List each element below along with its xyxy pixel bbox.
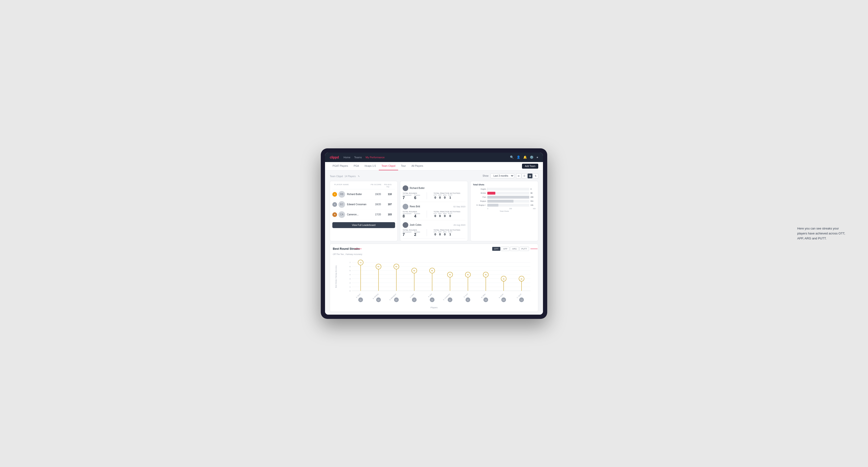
team-controls: Show Last 3 months ⊞ ☰ ▦ ⇅ (483, 173, 538, 179)
rounds-divider-top (427, 192, 427, 199)
svg-text:5: 5 (349, 270, 350, 272)
nav-teams[interactable]: Teams (354, 155, 362, 160)
col-header-avg: PB AVG SQ (382, 184, 393, 188)
app-count-rees: 0 (438, 214, 441, 217)
sub-nav-hcaps[interactable]: Hcaps 1-5 (362, 162, 379, 170)
search-icon[interactable]: 🔍 (510, 155, 514, 159)
svg-text:RB: RB (431, 299, 433, 301)
svg-text:4x: 4x (449, 274, 451, 276)
player-rank-1: ♥ (332, 192, 337, 197)
svg-text:R. Britt: R. Britt (428, 293, 432, 298)
svg-text:6: 6 (349, 266, 350, 268)
putt-count-rees: 0 (448, 214, 452, 217)
bell-icon[interactable]: 🔔 (523, 155, 527, 159)
player-avg-1: 110 (384, 193, 395, 195)
nav-bar: clippd Home Teams My Performance 🔍 👤 🔔 ⚙… (325, 153, 543, 162)
svg-text:7: 7 (349, 262, 350, 263)
rounds-label-top: Total Rounds (403, 192, 420, 194)
nav-my-performance[interactable]: My Performance (366, 155, 385, 160)
streak-x-label: Players (333, 306, 535, 309)
card-stats-josh: Total Rounds Tournament 7 Practice 2 (403, 229, 465, 237)
player-card-header-rees: Rees Britt 02 Sep 2023 (403, 204, 465, 210)
rounds-group-rees: Total Rounds Tournament 8 Practice 4 (403, 211, 420, 218)
svg-text:B. Ford: B. Ford (463, 293, 468, 298)
player-name-3: Cameron... (347, 213, 371, 216)
svg-text:E. Ebert: E. Ebert (356, 293, 361, 298)
streak-filter-putt[interactable]: PUTT (519, 247, 529, 251)
svg-text:EC: EC (449, 299, 451, 301)
card-view-icon[interactable]: ▦ (527, 173, 533, 179)
annotation-arrow-right (530, 247, 535, 250)
practice-label-rees: Total Practice Activities (434, 211, 460, 213)
svg-text:Best Streak, Fairway Accuracy: Best Streak, Fairway Accuracy (335, 266, 337, 288)
edit-icon[interactable]: ✎ (358, 175, 360, 178)
card-name-josh: Josh Coles (410, 224, 421, 226)
user-icon[interactable]: 👤 (517, 155, 520, 159)
rounds-group-josh: Total Rounds Tournament 7 Practice 2 (403, 229, 420, 237)
table-view-icon[interactable]: ⇅ (533, 173, 538, 179)
svg-text:4: 4 (349, 274, 350, 276)
streak-filter-app[interactable]: APP (501, 247, 509, 251)
grid-view-icon[interactable]: ⊞ (516, 173, 521, 179)
svg-text:1: 1 (349, 286, 350, 287)
player-cards-panel: Richard Butler Total Rounds Tournament 7 (400, 181, 468, 241)
settings-icon[interactable]: ⚙️ (530, 155, 533, 159)
practice-label-top: Total Practice Activities (434, 192, 460, 194)
avatar-icon[interactable]: ● (536, 155, 538, 159)
sub-nav-all-players[interactable]: All Players (408, 162, 426, 170)
player-card-rees: Rees Britt 02 Sep 2023 Total Rounds Tour… (403, 202, 465, 220)
streak-filter-ott[interactable]: OTT (492, 247, 500, 251)
arg-count-rees: 0 (443, 214, 446, 217)
sub-nav-pgat[interactable]: PGAT Players (330, 162, 351, 170)
leaderboard-panel: PLAYER NAME PB SCORE PB AVG SQ ♥ RB Rich… (330, 181, 398, 241)
player-name-1: Richard Butler (347, 193, 371, 195)
add-team-button[interactable]: Add Team (522, 164, 538, 168)
tournament-count-rees: 8 (403, 214, 411, 218)
svg-text:RB2: RB2 (502, 299, 505, 301)
player-avatar-1: RB (338, 191, 345, 198)
view-leaderboard-button[interactable]: View Full Leaderboard (332, 222, 395, 228)
app-logo: clippd (330, 155, 339, 159)
player-card-header-josh: Josh Coles 26 Aug 2023 (403, 222, 465, 228)
streak-filter-buttons: OTT APP ARG PUTT (492, 247, 529, 251)
col-headers: PLAYER NAME PB SCORE PB AVG SQ (332, 184, 395, 189)
practice-count-rees: 4 (414, 214, 420, 218)
player-count: 14 Players (345, 175, 356, 178)
table-row: ♥ RB Richard Butler 19/20 110 (332, 189, 395, 199)
nav-home[interactable]: Home (343, 155, 350, 160)
ott-count-josh: 0 (434, 233, 437, 236)
streaks-header: Best Round Streaks OTT APP ARG PUTT (333, 247, 535, 251)
tournament-count-top: 7 (403, 196, 411, 200)
practice-group-rees: Total Practice Activities OTT 0 APP 0 (434, 211, 460, 218)
svg-text:EE: EE (360, 299, 362, 301)
practice-group-top: Total Practice Activities OTT 0 APP 0 (434, 192, 460, 200)
date-range-select[interactable]: Last 3 months (490, 173, 514, 178)
svg-text:JC: JC (413, 299, 415, 301)
team-title-area: Team Clippd 14 Players ✎ (330, 174, 360, 178)
tournament-count-josh: 7 (403, 233, 411, 237)
svg-text:3: 3 (349, 278, 350, 280)
player-score-2: 18/20 (371, 203, 384, 206)
sub-nav-team-clippd[interactable]: Team Clippd (379, 162, 398, 170)
rounds-group-top: Total Rounds Tournament 7 Practice 6 (403, 192, 420, 200)
team-header: Team Clippd 14 Players ✎ Show Last 3 mon… (330, 173, 538, 179)
player-card-josh: Josh Coles 26 Aug 2023 Total Rounds Tour… (403, 220, 465, 239)
list-view-icon[interactable]: ☰ (522, 173, 527, 179)
card-avatar-top (403, 185, 408, 191)
card-avatar-josh (403, 222, 408, 228)
card-name-top: Richard Butler (410, 187, 425, 189)
putt-count-top: 1 (448, 196, 452, 199)
player-score-1: 19/20 (371, 193, 384, 195)
streak-filter-arg[interactable]: ARG (510, 247, 519, 251)
sub-nav-pga[interactable]: PGA (351, 162, 362, 170)
streaks-subtitle-detail: , Fairway Accuracy (344, 253, 362, 255)
svg-text:J. Coles: J. Coles (409, 293, 414, 298)
player-avg-2: 107 (384, 203, 395, 206)
svg-text:4x: 4x (467, 274, 469, 276)
bar-chart-panel: Total Shots Eagles 3 Birdies 96 Pars 499… (470, 181, 538, 241)
card-date-josh: 26 Aug 2023 (453, 224, 465, 226)
card-avatar-rees (403, 204, 408, 210)
svg-text:DB: DB (396, 299, 398, 301)
sub-nav-tour[interactable]: Tour (398, 162, 408, 170)
tablet-frame: clippd Home Teams My Performance 🔍 👤 🔔 ⚙… (321, 148, 547, 319)
